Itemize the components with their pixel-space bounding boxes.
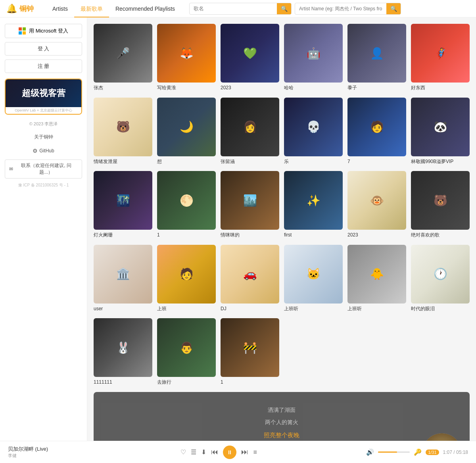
microsoft-icon [19, 27, 26, 35]
login-button[interactable]: 登 入 [5, 42, 82, 56]
playlist-item[interactable]: 🦊 写给黄淮 [157, 24, 216, 91]
playlist-thumb-emoji: 👩 [221, 98, 279, 156]
playlist-name: DJ [221, 306, 279, 312]
playlist-item[interactable]: 🧑 7 [347, 98, 406, 165]
track-artist: 李健 [8, 453, 71, 459]
track-info: 贝加尔湖畔 (Live) 李健 [8, 446, 71, 459]
ms-login-button[interactable]: 用 Microsoft 登入 [5, 24, 82, 38]
song-search-input[interactable] [190, 6, 277, 12]
playlist-thumb-emoji: 🐻 [94, 98, 152, 156]
playlist-name: 上班听 [284, 306, 343, 312]
next-button[interactable]: ⏭ [241, 448, 248, 456]
playlist-name: 张杰 [94, 85, 152, 91]
artist-search-box: 🔍 [295, 3, 401, 15]
volume-fill [378, 451, 397, 453]
playlist-thumbnail: 💀 [284, 98, 343, 156]
playlist-item[interactable]: 🐥 上班听 [347, 245, 406, 312]
playlist-item[interactable]: 🐼 林敬國990B溢夢VIP [411, 98, 470, 165]
song-search-button[interactable]: 🔍 [277, 3, 291, 15]
volume-icon[interactable]: 🔊 [366, 448, 374, 456]
playlist-button[interactable]: ☰ [191, 448, 196, 456]
search-area: 🔍 🔍 [189, 3, 470, 15]
register-button[interactable]: 注 册 [5, 60, 82, 73]
prev-button[interactable]: ⏮ [211, 448, 218, 456]
playlist-item[interactable]: 🐻 绝对喜欢的歌 [411, 171, 470, 238]
playlist-thumb-emoji: 🦊 [157, 24, 216, 83]
playlist-thumbnail: 🐼 [411, 98, 470, 156]
sidebar-ad[interactable]: 超级视客营 OpenMV Lab × 北京超级云计算中心 [5, 79, 82, 115]
playlist-grid: 🎤 张杰 🦊 写给黄淮 💚 2023 🤖 哈哈 👤 黍子 🦸 好东西 🐻 情绪发… [94, 24, 470, 386]
playlist-item[interactable]: 🌙 想 [157, 98, 216, 165]
key-icon[interactable]: 🔑 [414, 448, 422, 456]
playlist-thumb-emoji: 🚗 [221, 245, 279, 304]
playlist-item[interactable]: 👨 去旅行 [157, 318, 216, 386]
playlist-item[interactable]: 🤖 哈哈 [284, 24, 343, 91]
playlist-item[interactable]: 🐱 上班听 [284, 245, 343, 312]
playlist-item[interactable]: 🚧 1 [221, 318, 279, 386]
playlist-thumb-emoji: 💚 [221, 24, 279, 83]
playlist-thumbnail: ✨ [284, 171, 343, 230]
playlist-thumb-emoji: 🌙 [157, 98, 216, 156]
volume-slider[interactable] [378, 451, 410, 453]
playlist-name: 好东西 [411, 85, 470, 91]
playlist-name: 情绪发泄屋 [94, 159, 152, 165]
playlist-item[interactable]: ✨ first [284, 171, 343, 238]
playlist-name: 时代的眼泪 [411, 306, 470, 312]
playlist-item[interactable]: 🦸 好东西 [411, 24, 470, 91]
playlist-thumb-emoji: 👨 [157, 318, 216, 377]
playlist-item[interactable]: 👩 张留涵 [221, 98, 279, 165]
playlist-thumb-emoji: 🏙️ [221, 171, 279, 230]
song-search-box: 🔍 [189, 3, 292, 15]
playlist-thumbnail: 🦸 [411, 24, 470, 83]
playlist-name: 情咪咪的 [221, 232, 279, 238]
playlist-item[interactable]: 🐰 1111111 [94, 318, 152, 386]
playlist-item[interactable]: 🐵 2023 [347, 171, 406, 238]
playlist-name: 哈哈 [284, 85, 343, 91]
contact-button[interactable]: ✉ 联系（欢迎任何建议, 问题...） [5, 159, 82, 179]
icp-text: 豫 ICP 备 2021006325 号 - 1 [5, 183, 82, 188]
playlist-thumbnail: 🎤 [94, 24, 152, 83]
logo[interactable]: 🔔 铜钟 [6, 4, 38, 14]
main-layout: 用 Microsoft 登入 登 入 注 册 超级视客营 OpenMV Lab … [0, 17, 476, 463]
playlist-thumb-emoji: 🐻 [411, 171, 470, 230]
lyric-line[interactable]: 两个人的篝火 [102, 416, 462, 428]
playlist-item[interactable]: 🕐 时代的眼泪 [411, 245, 470, 312]
artist-search-button[interactable]: 🔍 [386, 3, 401, 15]
lyric-line[interactable]: 照亮整个夜晚 [102, 428, 462, 442]
playlist-thumb-emoji: 🌕 [157, 171, 216, 230]
playlist-item[interactable]: 🚗 DJ [221, 245, 279, 312]
playlist-item[interactable]: 🎤 张杰 [94, 24, 152, 91]
playlist-item[interactable]: 🌕 1 [157, 171, 216, 238]
playlist-item[interactable]: 👤 黍子 [347, 24, 406, 91]
playlist-item[interactable]: 💀 乐 [284, 98, 343, 165]
sidebar-about[interactable]: 关于铜钟 [5, 132, 82, 142]
artist-search-input[interactable] [295, 6, 386, 12]
playlist-thumbnail: 🐥 [347, 245, 406, 304]
playlist-thumbnail: 🌕 [157, 171, 216, 230]
playlist-name: 乐 [284, 159, 343, 165]
sidebar-github[interactable]: ⚙ GitHub [5, 146, 82, 156]
playlist-item[interactable]: 🌃 灯火阑珊 [94, 171, 152, 238]
queue-button[interactable]: ≡ [253, 449, 257, 456]
playlist-thumbnail: 👨 [157, 318, 216, 377]
playlist-thumbnail: 🧑 [157, 245, 216, 304]
play-pause-button[interactable]: ⏸ [223, 446, 236, 459]
playlist-thumbnail: 🐵 [347, 171, 406, 230]
playlist-item[interactable]: 🐻 情绪发泄屋 [94, 98, 152, 165]
playlist-item[interactable]: 🏙️ 情咪咪的 [221, 171, 279, 238]
playlist-item[interactable]: 🧑 上班 [157, 245, 216, 312]
sidebar-ad-image: 超级视客营 [6, 79, 81, 107]
playlist-name: 2023 [221, 85, 279, 91]
tab-recommended[interactable]: Recommended Playlists [109, 0, 181, 17]
tab-artists[interactable]: Artists [46, 0, 74, 17]
playlist-thumb-emoji: 🌃 [94, 171, 152, 230]
tab-latest[interactable]: 最新歌单 [74, 0, 109, 17]
playlist-name: user [94, 306, 152, 312]
like-button[interactable]: ♡ [180, 448, 186, 456]
playlist-item[interactable]: 🏛️ user [94, 245, 152, 312]
download-button[interactable]: ⬇ [201, 448, 206, 456]
playlist-thumbnail: 💚 [221, 24, 279, 83]
playlist-item[interactable]: 💚 2023 [221, 24, 279, 91]
lyric-line[interactable]: 洒满了湖面 [102, 404, 462, 416]
sidebar-ad-subtitle: OpenMV Lab × 北京超级云计算中心 [6, 107, 81, 114]
